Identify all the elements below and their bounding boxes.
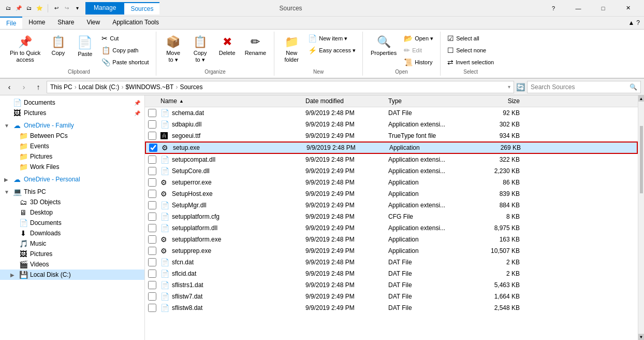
- expand-ribbon-icon[interactable]: ▲: [628, 19, 634, 26]
- sidebar-item-events[interactable]: 📁 Events: [0, 141, 144, 151]
- copy-to-button[interactable]: 📋 Copyto ▾: [187, 33, 213, 66]
- sidebar-item-between-pcs[interactable]: 📁 Between PCs: [0, 131, 144, 141]
- open-button[interactable]: 📂 Open ▾: [401, 33, 436, 44]
- sidebar-item-desktop[interactable]: 🖥 Desktop: [0, 207, 144, 218]
- file-row[interactable]: ⚙ setupprep.exe 9/9/2019 2:49 PM Applica…: [145, 245, 638, 257]
- file-checkbox[interactable]: [148, 155, 156, 164]
- file-checkbox[interactable]: [148, 270, 156, 278]
- path-dropdown[interactable]: ▾: [508, 84, 510, 90]
- file-checkbox[interactable]: [148, 304, 156, 312]
- scroll-track[interactable]: [639, 102, 644, 334]
- file-checkbox[interactable]: [148, 178, 156, 187]
- sidebar-item-pictures-od[interactable]: 📁 Pictures: [0, 151, 144, 162]
- file-checkbox[interactable]: [148, 109, 156, 117]
- sidebar-item-work-files[interactable]: 📁 Work Files: [0, 162, 144, 172]
- file-row[interactable]: ⚙ setupplatform.exe 9/9/2019 2:48 PM App…: [145, 234, 638, 245]
- history-button[interactable]: 📜 History: [401, 56, 436, 68]
- help-button[interactable]: ?: [541, 0, 565, 17]
- paste-shortcut-button[interactable]: 📎 Paste shortcut: [99, 56, 151, 68]
- path-local-disk[interactable]: Local Disk (C:): [79, 83, 120, 91]
- file-checkbox[interactable]: [148, 132, 156, 140]
- sidebar-item-documents[interactable]: 📄 Documents 📌: [0, 97, 144, 108]
- quick-access-icon[interactable]: 📌: [14, 4, 23, 12]
- new-item-button[interactable]: 📄 New item ▾: [305, 33, 358, 44]
- file-row[interactable]: 🅰 segoeui.ttf 9/9/2019 2:49 PM TrueType …: [145, 130, 638, 141]
- refresh-button[interactable]: 🔄: [516, 83, 525, 91]
- copy-button[interactable]: 📋 Copy: [45, 33, 71, 59]
- undo-icon[interactable]: ↩: [52, 4, 61, 12]
- address-path[interactable]: This PC › Local Disk (C:) › $WINDOWS.~BT…: [47, 81, 514, 93]
- sidebar-item-documents-pc[interactable]: 📄 Documents: [0, 218, 144, 228]
- file-checkbox[interactable]: [148, 292, 156, 301]
- sidebar-item-pictures[interactable]: 🖼 Pictures 📌: [0, 108, 144, 118]
- close-button[interactable]: ✕: [616, 0, 640, 17]
- file-row[interactable]: 📄 sflistrs1.dat 9/9/2019 2:48 PM DAT Fil…: [145, 279, 638, 291]
- select-all-button[interactable]: ☑ Select all: [445, 33, 496, 44]
- cut-button[interactable]: ✂ Cut: [99, 33, 151, 44]
- scroll-down[interactable]: ▼: [638, 334, 645, 340]
- file-row[interactable]: 📄 sflistw7.dat 9/9/2019 2:49 PM DAT File…: [145, 291, 638, 302]
- file-checkbox[interactable]: [148, 190, 156, 198]
- sidebar-item-music[interactable]: 🎵 Music: [0, 238, 144, 249]
- file-row[interactable]: ⚙ setuperror.exe 9/9/2019 2:48 PM Applic…: [145, 177, 638, 188]
- help-icon[interactable]: ?: [636, 19, 640, 26]
- scroll-up[interactable]: ▲: [638, 95, 645, 102]
- search-box[interactable]: 🔍: [527, 81, 641, 93]
- search-input[interactable]: [531, 83, 627, 91]
- path-windows-bt[interactable]: $WINDOWS.~BT: [125, 83, 173, 91]
- file-row[interactable]: ⚙ SetupHost.exe 9/9/2019 2:49 PM Applica…: [145, 188, 638, 200]
- invert-selection-button[interactable]: ⇄ Invert selection: [445, 56, 496, 68]
- file-checkbox[interactable]: [148, 120, 156, 129]
- dropdown-icon[interactable]: ▾: [73, 4, 81, 12]
- easy-access-button[interactable]: ⚡ Easy access ▾: [305, 45, 358, 56]
- file-checkbox[interactable]: [148, 281, 156, 289]
- header-type[interactable]: Type: [384, 96, 477, 106]
- file-row[interactable]: 📄 sflcid.dat 9/9/2019 2:48 PM DAT File 2…: [145, 268, 638, 279]
- minimize-button[interactable]: —: [566, 0, 590, 17]
- file-row[interactable]: 📄 schema.dat 9/9/2019 2:48 PM DAT File 9…: [145, 107, 638, 119]
- move-to-button[interactable]: 📦 Moveto ▾: [160, 33, 186, 66]
- file-checkbox[interactable]: [149, 144, 157, 152]
- file-row[interactable]: 📄 setupplatform.cfg 9/9/2019 2:48 PM CFG…: [145, 211, 638, 222]
- file-row[interactable]: 📄 sdbapiu.dll 9/9/2019 2:48 PM Applicati…: [145, 119, 638, 130]
- scroll-thumb[interactable]: [639, 125, 644, 194]
- pin-to-quick-access-button[interactable]: 📌 Pin to Quickaccess: [6, 33, 44, 66]
- sidebar-item-onedrive-personal[interactable]: ▶ ☁ OneDrive - Personal: [0, 174, 144, 185]
- path-this-pc[interactable]: This PC: [50, 83, 72, 91]
- path-sources[interactable]: Sources: [180, 83, 202, 91]
- back-button[interactable]: ‹: [3, 81, 16, 93]
- tab-view[interactable]: View: [80, 17, 106, 29]
- file-row[interactable]: 📄 sfcn.dat 9/9/2019 2:48 PM DAT File 2 K…: [145, 257, 638, 268]
- properties-button[interactable]: 🔍 Properties: [367, 33, 400, 59]
- rename-button[interactable]: ✏ Rename: [241, 33, 270, 59]
- copy-path-button[interactable]: 📋 Copy path: [99, 45, 151, 56]
- file-checkbox[interactable]: [148, 212, 156, 221]
- file-checkbox[interactable]: [148, 258, 156, 266]
- tab-manage[interactable]: Manage: [85, 2, 124, 15]
- tab-share[interactable]: Share: [51, 17, 80, 29]
- sidebar-item-downloads[interactable]: ⬇ Downloads: [0, 228, 144, 238]
- file-checkbox[interactable]: [148, 235, 156, 244]
- tab-application-tools[interactable]: Application Tools: [106, 17, 165, 29]
- file-row[interactable]: 📄 SetupMgr.dll 9/9/2019 2:49 PM Applicat…: [145, 200, 638, 211]
- sidebar-item-pictures-pc[interactable]: 🖼 Pictures: [0, 249, 144, 259]
- new-folder-button[interactable]: 📁 Newfolder: [279, 33, 304, 66]
- scrollbar[interactable]: ▲ ▼: [638, 95, 644, 340]
- sidebar-item-videos[interactable]: 🎬 Videos: [0, 259, 144, 270]
- delete-button[interactable]: ✖ Delete: [214, 33, 240, 59]
- select-none-button[interactable]: ☐ Select none: [445, 45, 496, 56]
- header-name[interactable]: Name ▲: [156, 96, 301, 106]
- file-checkbox[interactable]: [148, 167, 156, 175]
- up-button[interactable]: ↑: [32, 81, 45, 93]
- paste-button[interactable]: 📄 Paste: [72, 33, 98, 60]
- maximize-button[interactable]: □: [591, 0, 615, 17]
- file-checkbox[interactable]: [148, 224, 156, 232]
- sidebar-item-onedrive-family[interactable]: ▼ ☁ OneDrive - Family: [0, 120, 144, 131]
- file-row[interactable]: 📄 setupplatform.dll 9/9/2019 2:49 PM App…: [145, 222, 638, 234]
- file-row[interactable]: ⚙ setup.exe 9/9/2019 2:48 PM Application…: [145, 141, 638, 154]
- tab-home[interactable]: Home: [22, 17, 51, 29]
- sidebar-item-local-disk[interactable]: ▶ 💾 Local Disk (C:): [0, 270, 144, 280]
- header-size[interactable]: Size: [477, 96, 524, 106]
- file-row[interactable]: 📄 sflistw8.dat 9/9/2019 2:49 PM DAT File…: [145, 302, 638, 314]
- tab-file[interactable]: File: [0, 17, 22, 29]
